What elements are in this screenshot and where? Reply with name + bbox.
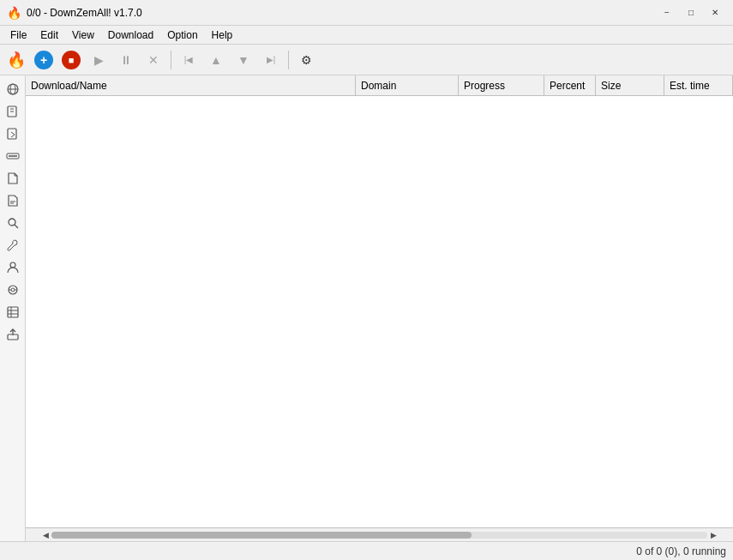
svg-rect-18 <box>8 307 18 317</box>
sidebar <box>0 75 26 541</box>
sidebar-btn-all[interactable] <box>3 79 23 99</box>
svg-point-13 <box>10 262 15 268</box>
menu-item-file[interactable]: File <box>3 27 33 43</box>
main-area: Download/NameDomainProgressPercentSizeEs… <box>0 75 733 541</box>
menu-item-option[interactable]: Option <box>160 27 204 43</box>
toolbar-move-up-button: ▲ <box>203 48 229 72</box>
col-header-name[interactable]: Download/Name <box>26 75 356 95</box>
col-header-esttime[interactable]: Est. time <box>664 75 733 95</box>
svg-rect-6 <box>8 129 16 139</box>
maximize-button[interactable]: □ <box>680 4 702 21</box>
titlebar-controls: − □ ✕ <box>656 4 726 21</box>
hscrollbar-thumb[interactable] <box>51 532 472 539</box>
minimize-button[interactable]: − <box>656 4 678 21</box>
menu-item-edit[interactable]: Edit <box>33 27 65 43</box>
col-header-percent[interactable]: Percent <box>544 75 596 95</box>
toolbar-pause-button: ⏸ <box>113 48 139 72</box>
sidebar-btn-paused[interactable] <box>3 123 23 144</box>
titlebar: 🔥 0/0 - DownZemAll! v1.7.0 − □ ✕ <box>0 0 733 26</box>
sidebar-btn-downloading[interactable] <box>3 101 23 122</box>
scroll-left-arrow[interactable]: ◀ <box>39 529 51 541</box>
menu-item-help[interactable]: Help <box>205 27 240 43</box>
toolbar-cancel-button: ✕ <box>141 48 166 72</box>
scroll-right-arrow[interactable]: ▶ <box>707 529 719 541</box>
app-icon: 🔥 <box>7 6 21 20</box>
sidebar-btn-file[interactable] <box>3 168 23 189</box>
toolbar: 🔥+■▶⏸✕|◀▲▼▶|⚙ <box>0 45 733 75</box>
sidebar-btn-tools[interactable] <box>3 235 23 256</box>
toolbar-add-button[interactable]: + <box>31 48 57 72</box>
close-button[interactable]: ✕ <box>704 4 726 21</box>
toolbar-move-top-button: |◀ <box>176 48 201 72</box>
download-area: Download/NameDomainProgressPercentSizeEs… <box>26 75 733 541</box>
sidebar-btn-doc-sign[interactable] <box>3 190 23 211</box>
statusbar: 0 of 0 (0), 0 running <box>0 541 733 560</box>
menu-item-view[interactable]: View <box>65 27 101 43</box>
sidebar-btn-person[interactable] <box>3 257 23 278</box>
status-text: 0 of 0 (0), 0 running <box>636 545 726 557</box>
toolbar-move-down-button: ▼ <box>231 48 256 72</box>
toolbar-move-bottom-button: ▶| <box>258 48 284 72</box>
menu-item-download[interactable]: Download <box>101 27 160 43</box>
toolbar-separator-sep2 <box>288 51 289 69</box>
table-header: Download/NameDomainProgressPercentSizeEs… <box>26 75 733 96</box>
toolbar-app-icon: 🔥 <box>3 48 29 72</box>
svg-point-15 <box>11 288 15 292</box>
sidebar-btn-search[interactable] <box>3 213 23 233</box>
menubar: FileEditViewDownloadOptionHelp <box>0 26 733 45</box>
download-list[interactable] <box>26 96 733 527</box>
scrollbar-area: ◀ ▶ <box>26 527 733 541</box>
svg-line-12 <box>15 225 18 228</box>
sidebar-btn-export[interactable] <box>3 324 23 345</box>
titlebar-title: 0/0 - DownZemAll! v1.7.0 <box>27 7 656 19</box>
hscrollbar-track[interactable] <box>51 532 707 539</box>
col-header-domain[interactable]: Domain <box>356 75 459 95</box>
toolbar-settings-button[interactable]: ⚙ <box>293 48 319 72</box>
col-header-progress[interactable]: Progress <box>459 75 544 95</box>
toolbar-stop-all-button[interactable]: ■ <box>58 48 84 72</box>
toolbar-resume-button: ▶ <box>86 48 111 72</box>
sidebar-btn-globe2[interactable] <box>3 280 23 300</box>
col-header-size[interactable]: Size <box>596 75 664 95</box>
svg-point-11 <box>9 219 15 226</box>
sidebar-btn-completed[interactable] <box>3 146 23 166</box>
toolbar-separator-sep1 <box>171 51 171 69</box>
sidebar-btn-table[interactable] <box>3 302 23 322</box>
